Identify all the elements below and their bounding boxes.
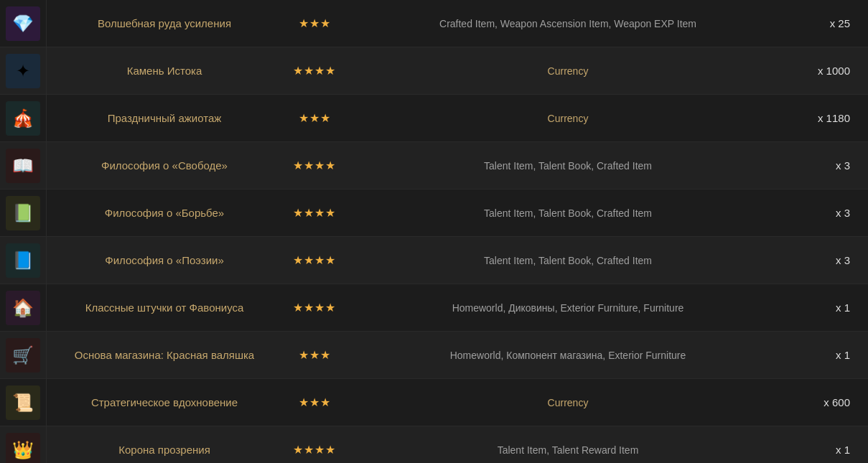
item-name: Философия о «Поэзии» bbox=[47, 254, 282, 266]
icon-image: 📗 bbox=[6, 196, 40, 230]
table-row: ✦ Камень Истока ★★★★ Currency x 1000 bbox=[0, 47, 868, 95]
item-name: Камень Истока bbox=[47, 65, 282, 77]
item-category: Currency bbox=[347, 113, 789, 124]
item-icon: 📖 bbox=[0, 142, 47, 189]
icon-image: 🛒 bbox=[6, 338, 40, 373]
item-stars: ★★★ bbox=[282, 396, 347, 409]
item-category: Talent Item, Talent Book, Crafted Item bbox=[347, 255, 789, 266]
item-category: Talent Item, Talent Book, Crafted Item bbox=[347, 207, 789, 219]
item-icon: 💎 bbox=[0, 0, 47, 47]
table-row: 💎 Волшебная руда усиления ★★★ Crafted It… bbox=[0, 0, 868, 47]
table-row: 🛒 Основа магазина: Красная валяшка ★★★ H… bbox=[0, 332, 868, 379]
item-quantity: x 1 bbox=[789, 349, 868, 361]
item-category: Homeworld, Компонент магазина, Exterior … bbox=[347, 350, 789, 361]
item-stars: ★★★ bbox=[282, 348, 347, 362]
item-name: Философия о «Свободе» bbox=[47, 159, 282, 172]
item-quantity: x 1180 bbox=[789, 112, 868, 124]
item-quantity: x 3 bbox=[789, 254, 868, 266]
table-row: 📗 Философия о «Борьбе» ★★★★ Talent Item,… bbox=[0, 190, 868, 237]
icon-image: 💎 bbox=[6, 6, 40, 41]
item-category: Homeworld, Диковины, Exterior Furniture,… bbox=[347, 302, 789, 314]
item-quantity: x 600 bbox=[789, 396, 868, 408]
item-icon: 🎪 bbox=[0, 95, 47, 141]
item-icon: 🏠 bbox=[0, 284, 47, 331]
item-icon: 📗 bbox=[0, 190, 47, 236]
item-quantity: x 1 bbox=[789, 444, 868, 456]
item-stars: ★★★★ bbox=[282, 253, 347, 267]
icon-image: 📜 bbox=[6, 385, 40, 420]
item-category: Currency bbox=[347, 65, 789, 77]
icon-image: 🎪 bbox=[6, 101, 40, 136]
item-name: Волшебная руда усиления bbox=[47, 17, 282, 29]
item-stars: ★★★★ bbox=[282, 64, 347, 78]
item-name: Корона прозрения bbox=[47, 444, 282, 456]
table-row: 📖 Философия о «Свободе» ★★★★ Talent Item… bbox=[0, 142, 868, 190]
icon-image: 📖 bbox=[6, 149, 40, 183]
icon-image: 🏠 bbox=[6, 291, 40, 325]
item-category: Currency bbox=[347, 397, 789, 408]
table-row: 🏠 Классные штучки от Фавониуса ★★★★ Home… bbox=[0, 284, 868, 332]
item-name: Философия о «Борьбе» bbox=[47, 207, 282, 219]
item-icon: 👑 bbox=[0, 426, 47, 463]
item-name: Основа магазина: Красная валяшка bbox=[47, 349, 282, 361]
item-stars: ★★★★ bbox=[282, 206, 347, 220]
item-stars: ★★★★ bbox=[282, 301, 347, 314]
icon-image: 📘 bbox=[6, 243, 40, 278]
item-quantity: x 3 bbox=[789, 207, 868, 219]
item-name: Праздничный ажиотаж bbox=[47, 112, 282, 124]
table-row: 👑 Корона прозрения ★★★★ Talent Item, Tal… bbox=[0, 426, 868, 463]
table-row: 📜 Стратегическое вдохновение ★★★ Currenc… bbox=[0, 379, 868, 426]
item-stars: ★★★ bbox=[282, 111, 347, 125]
item-category: Crafted Item, Weapon Ascension Item, Wea… bbox=[347, 18, 789, 29]
item-name: Классные штучки от Фавониуса bbox=[47, 301, 282, 314]
item-category: Talent Item, Talent Book, Crafted Item bbox=[347, 160, 789, 172]
item-quantity: x 3 bbox=[789, 159, 868, 172]
item-stars: ★★★ bbox=[282, 17, 347, 30]
icon-image: ✦ bbox=[6, 54, 40, 88]
item-icon: 📜 bbox=[0, 379, 47, 426]
item-icon: ✦ bbox=[0, 47, 47, 94]
icon-image: 👑 bbox=[6, 433, 40, 464]
item-name: Стратегическое вдохновение bbox=[47, 396, 282, 408]
item-icon: 📘 bbox=[0, 237, 47, 284]
item-quantity: x 25 bbox=[789, 17, 868, 29]
item-stars: ★★★★ bbox=[282, 159, 347, 172]
table-row: 📘 Философия о «Поэзии» ★★★★ Talent Item,… bbox=[0, 237, 868, 284]
item-quantity: x 1 bbox=[789, 301, 868, 314]
item-icon: 🛒 bbox=[0, 332, 47, 378]
table-row: 🎪 Праздничный ажиотаж ★★★ Currency x 118… bbox=[0, 95, 868, 142]
items-table: 💎 Волшебная руда усиления ★★★ Crafted It… bbox=[0, 0, 868, 463]
item-category: Talent Item, Talent Reward Item bbox=[347, 444, 789, 456]
item-stars: ★★★★ bbox=[282, 443, 347, 457]
item-quantity: x 1000 bbox=[789, 65, 868, 77]
